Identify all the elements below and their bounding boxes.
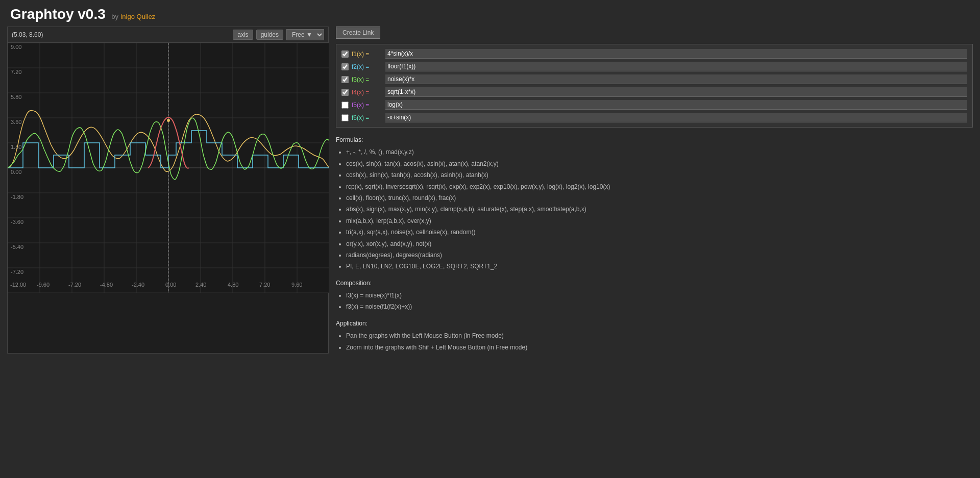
svg-text:2.40: 2.40 (195, 282, 206, 288)
coords-display: (5.03, 8.60) (12, 31, 43, 38)
formula-item-1: cos(x), sin(x), tan(x), acos(x), asin(x)… (346, 159, 973, 169)
fn-row-f3: f3(x) = (340, 73, 968, 86)
mode-select[interactable]: Free ▼ Fit (286, 29, 324, 40)
application-item-0: Pan the graphs with the Left Mouse Butto… (346, 331, 973, 341)
svg-text:9.00: 9.00 (11, 44, 21, 50)
svg-text:-4.80: -4.80 (100, 282, 113, 288)
fn-row-f1: f1(x) = (340, 47, 968, 60)
fn-input-f4[interactable] (385, 87, 967, 97)
axis-button[interactable]: axis (233, 30, 253, 40)
formula-item-3: rcp(x), sqrt(x), inversesqrt(x), rsqrt(x… (346, 182, 973, 192)
svg-text:1.80: 1.80 (11, 144, 21, 150)
author-name: Inigo Quilez (120, 13, 156, 20)
fn-input-f5[interactable] (385, 100, 967, 110)
svg-text:-3.60: -3.60 (11, 219, 23, 225)
guides-button[interactable]: guides (256, 30, 283, 40)
fn-label-f2: f2(x) = (352, 63, 382, 70)
application-title: Application: (336, 318, 973, 329)
svg-text:5.80: 5.80 (11, 94, 21, 100)
svg-text:-2.40: -2.40 (132, 282, 144, 288)
main-layout: (5.03, 8.60) axis guides Free ▼ Fit (0, 27, 980, 354)
fn-row-f5: f5(x) = (340, 98, 968, 111)
info-panel: Formulas: +, -, *, /, %, (), mad(x,y,z)c… (336, 135, 973, 353)
composition-item-1: f3(x) = noise(f1(f2(x)+x)) (346, 301, 973, 312)
formula-item-9: radians(degrees), degrees(radians) (346, 250, 973, 260)
svg-text:9.60: 9.60 (291, 282, 302, 288)
fn-checkbox-f5[interactable] (341, 102, 349, 109)
graph-canvas[interactable]: 9.00 7.20 5.80 3.60 1.80 0.00 -1.80 -3.6… (8, 43, 329, 293)
svg-text:0.00: 0.00 (11, 169, 21, 175)
fn-label-f5: f5(x) = (352, 102, 382, 109)
application-list: Pan the graphs with the Left Mouse Butto… (336, 331, 973, 353)
by-text: by (111, 13, 118, 20)
create-link-button[interactable]: Create Link (336, 27, 380, 39)
fn-checkbox-f1[interactable] (341, 51, 349, 58)
fn-row-f4: f4(x) = (340, 86, 968, 98)
right-panel: Create Link f1(x) =f2(x) =f3(x) =f4(x) =… (336, 27, 973, 354)
formula-item-7: tri(a,x), sqr(a,x), noise(x), cellnoise(… (346, 227, 973, 237)
svg-text:7.20: 7.20 (259, 282, 270, 288)
app-header: Graphtoy v0.3 by Inigo Quilez (0, 0, 980, 27)
svg-point-44 (167, 119, 170, 122)
application-item-1: Zoom into the graphs with Shif + Left Mo… (346, 342, 973, 353)
formula-item-0: +, -, *, /, %, (), mad(x,y,z) (346, 147, 973, 157)
formulas-title: Formulas: (336, 135, 973, 145)
fn-input-f3[interactable] (385, 74, 967, 84)
formula-item-2: cosh(x), sinh(x), tanh(x), acosh(x), asi… (346, 170, 973, 180)
fn-row-f2: f2(x) = (340, 60, 968, 73)
svg-text:-9.60: -9.60 (37, 282, 50, 288)
graph-svg: 9.00 7.20 5.80 3.60 1.80 0.00 -1.80 -3.6… (8, 43, 329, 293)
composition-list: f3(x) = noise(x)*f1(x)f3(x) = noise(f1(f… (336, 290, 973, 312)
fn-checkbox-f6[interactable] (341, 114, 349, 121)
svg-text:4.80: 4.80 (228, 282, 238, 288)
formula-item-6: mix(a,b,x), lerp(a,b,x), over(x,y) (346, 216, 973, 226)
fn-label-f3: f3(x) = (352, 76, 382, 83)
formula-item-5: abs(x), sign(x), max(x,y), min(x,y), cla… (346, 204, 973, 214)
formulas-list: +, -, *, /, %, (), mad(x,y,z)cos(x), sin… (336, 147, 973, 271)
fn-label-f4: f4(x) = (352, 89, 382, 96)
graph-toolbar: (5.03, 8.60) axis guides Free ▼ Fit (8, 27, 328, 43)
formula-item-10: PI, E, LN10, LN2, LOG10E, LOG2E, SQRT2, … (346, 261, 973, 271)
composition-title: Composition: (336, 278, 973, 288)
fn-checkbox-f2[interactable] (341, 63, 349, 70)
svg-text:-1.80: -1.80 (11, 194, 23, 200)
formula-item-4: cell(x), floor(x), trunc(x), round(x), f… (346, 193, 973, 203)
fn-checkbox-f4[interactable] (341, 89, 349, 96)
svg-text:-5.40: -5.40 (11, 244, 23, 250)
svg-text:-7.20: -7.20 (11, 269, 23, 275)
fn-row-f6: f6(x) = (340, 111, 968, 124)
app-title: Graphtoy v0.3 (10, 6, 106, 22)
svg-text:-7.20: -7.20 (68, 282, 81, 288)
graph-container: (5.03, 8.60) axis guides Free ▼ Fit (7, 27, 329, 354)
svg-text:7.20: 7.20 (11, 69, 21, 75)
functions-panel: f1(x) =f2(x) =f3(x) =f4(x) =f5(x) =f6(x)… (336, 44, 973, 128)
svg-text:0.00: 0.00 (165, 282, 176, 288)
fn-input-f6[interactable] (385, 113, 967, 122)
svg-text:-12.00: -12.00 (10, 282, 26, 288)
fn-label-f1: f1(x) = (352, 51, 382, 58)
fn-checkbox-f3[interactable] (341, 76, 349, 83)
composition-item-0: f3(x) = noise(x)*f1(x) (346, 290, 973, 300)
fn-input-f2[interactable] (385, 62, 967, 71)
formula-item-8: or(y,x), xor(x,y), and(x,y), not(x) (346, 239, 973, 249)
fn-label-f6: f6(x) = (352, 114, 382, 121)
fn-input-f1[interactable] (385, 49, 967, 59)
svg-text:3.60: 3.60 (11, 119, 21, 125)
